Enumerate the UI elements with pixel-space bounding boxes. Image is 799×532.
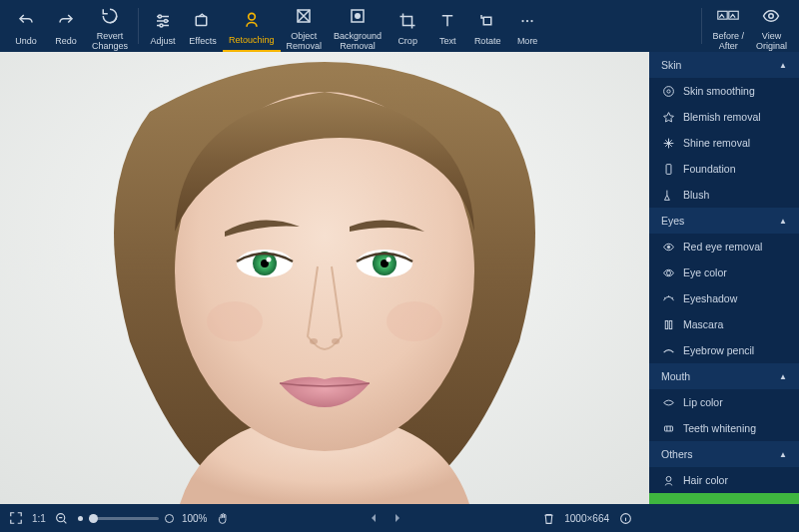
- retouching-icon: [242, 9, 262, 31]
- view-original-button[interactable]: View Original: [750, 0, 793, 52]
- more-icon: [518, 10, 536, 32]
- item-blemish-removal[interactable]: Blemish removal: [649, 104, 799, 130]
- rotate-icon: [478, 10, 496, 32]
- svg-point-12: [522, 20, 524, 22]
- svg-point-14: [531, 20, 533, 22]
- object-removal-label: Object Removal: [287, 31, 323, 51]
- item-label: Lip color: [683, 396, 723, 408]
- revert-icon: [101, 5, 119, 27]
- section-skin-header[interactable]: Skin ▲: [649, 52, 799, 78]
- rotate-label: Rotate: [474, 36, 501, 46]
- separator: [138, 8, 139, 44]
- zoom-track[interactable]: [89, 517, 159, 520]
- svg-point-10: [356, 14, 361, 19]
- fullscreen-button[interactable]: [8, 510, 24, 526]
- svg-point-7: [248, 13, 255, 20]
- text-label: Text: [439, 36, 456, 46]
- red-eye-icon: [661, 240, 675, 254]
- item-red-eye-removal[interactable]: Red eye removal: [649, 234, 799, 260]
- more-button[interactable]: More: [507, 0, 547, 52]
- section-mouth-label: Mouth: [661, 370, 690, 382]
- section-others-header[interactable]: Others ▲: [649, 441, 799, 467]
- svg-rect-11: [483, 17, 491, 25]
- prev-image-button[interactable]: [366, 510, 382, 526]
- zoom-slider[interactable]: [78, 514, 174, 523]
- item-eyebrow-pencil[interactable]: Eyebrow pencil: [649, 337, 799, 363]
- item-mascara[interactable]: Mascara: [649, 311, 799, 337]
- svg-point-30: [207, 301, 263, 341]
- aspect-ratio-label[interactable]: 1:1: [32, 513, 46, 524]
- svg-point-17: [769, 14, 774, 19]
- view-original-label: View Original: [756, 31, 787, 51]
- effects-icon: [194, 10, 212, 32]
- text-icon: [438, 10, 456, 32]
- smoothing-icon: [661, 84, 675, 98]
- slider-circle-icon: [165, 514, 174, 523]
- pan-hand-button[interactable]: [215, 510, 231, 526]
- undo-button[interactable]: Undo: [6, 0, 46, 52]
- info-button[interactable]: [617, 510, 633, 526]
- rotate-button[interactable]: Rotate: [467, 0, 507, 52]
- redo-button[interactable]: Redo: [46, 0, 86, 52]
- crop-label: Crop: [398, 36, 417, 46]
- middle-region: Skin ▲ Skin smoothing Blemish removal Sh…: [0, 52, 799, 504]
- svg-point-27: [387, 258, 392, 263]
- object-removal-button[interactable]: Object Removal: [281, 0, 329, 52]
- section-others-label: Others: [661, 448, 693, 460]
- item-label: Foundation: [683, 163, 736, 175]
- zoom-thumb[interactable]: [89, 514, 98, 523]
- before-after-label: Before / After: [712, 31, 744, 51]
- redo-icon: [57, 10, 75, 32]
- teeth-icon: [661, 421, 675, 435]
- background-removal-button[interactable]: Background Removal: [328, 0, 388, 52]
- item-teeth-whitening[interactable]: Teeth whitening: [649, 415, 799, 441]
- revert-label: Revert Changes: [92, 31, 128, 51]
- item-foundation[interactable]: Foundation: [649, 156, 799, 182]
- item-eyeshadow[interactable]: Eyeshadow: [649, 285, 799, 311]
- item-lip-color[interactable]: Lip color: [649, 389, 799, 415]
- redo-label: Redo: [55, 36, 77, 46]
- section-mouth-header[interactable]: Mouth ▲: [649, 363, 799, 389]
- text-button[interactable]: Text: [427, 0, 467, 52]
- item-label: Shine removal: [683, 137, 750, 149]
- svg-point-33: [666, 89, 669, 92]
- item-label: Blemish removal: [683, 111, 761, 123]
- item-skin-smoothing[interactable]: Skin smoothing: [649, 78, 799, 104]
- zoom-percent-label: 100%: [182, 513, 208, 524]
- mascara-icon: [661, 317, 675, 331]
- section-eyes-header[interactable]: Eyes ▲: [649, 208, 799, 234]
- image-canvas[interactable]: [0, 52, 649, 504]
- svg-point-29: [332, 338, 340, 344]
- item-eye-color[interactable]: Eye color: [649, 260, 799, 285]
- item-blush[interactable]: Blush: [649, 182, 799, 208]
- crop-icon: [399, 10, 416, 32]
- item-label: Eyebrow pencil: [683, 344, 754, 356]
- item-label: Red eye removal: [683, 241, 762, 253]
- app-root: Undo Redo Revert Changes Adjust Effects: [0, 0, 799, 532]
- eyeshadow-icon: [661, 291, 675, 305]
- effects-button[interactable]: Effects: [183, 0, 223, 52]
- revert-button[interactable]: Revert Changes: [86, 0, 134, 52]
- next-image-button[interactable]: [390, 510, 405, 526]
- zoom-out-icon[interactable]: [54, 510, 70, 526]
- svg-point-4: [165, 20, 168, 23]
- adjust-button[interactable]: Adjust: [143, 0, 183, 52]
- delete-button[interactable]: [540, 510, 556, 526]
- save-as-button[interactable]: Save As...: [649, 493, 799, 504]
- retouching-button[interactable]: Retouching: [223, 0, 281, 52]
- item-shine-removal[interactable]: Shine removal: [649, 130, 799, 156]
- before-after-icon: [717, 5, 739, 27]
- item-label: Eye color: [683, 266, 727, 278]
- svg-point-40: [666, 476, 671, 481]
- retouching-label: Retouching: [229, 35, 275, 45]
- adjust-icon: [154, 10, 172, 32]
- background-removal-label: Background Removal: [334, 31, 382, 51]
- item-hair-color[interactable]: Hair color: [649, 467, 799, 493]
- crop-button[interactable]: Crop: [388, 0, 427, 52]
- undo-label: Undo: [15, 36, 37, 46]
- background-removal-icon: [349, 5, 367, 27]
- foundation-icon: [661, 162, 675, 176]
- before-after-button[interactable]: Before / After: [706, 0, 750, 52]
- blush-icon: [661, 188, 675, 202]
- svg-rect-6: [196, 17, 207, 26]
